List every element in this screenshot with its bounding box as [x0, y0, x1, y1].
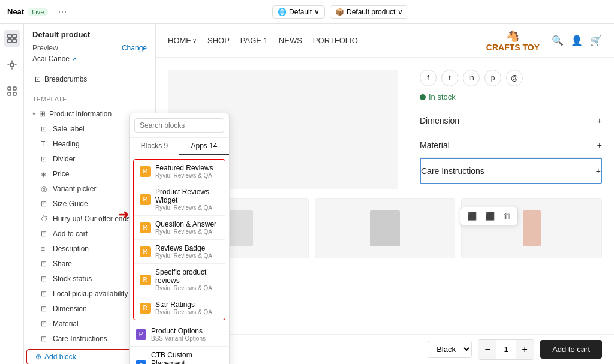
nav-home[interactable]: HOME ∨	[168, 36, 197, 45]
reviews-badge-icon: R	[140, 246, 151, 257]
nav-portfolio[interactable]: PORTFOLIO	[313, 36, 358, 45]
list-item[interactable]: P Product Options BSS Variant Options	[130, 323, 229, 347]
change-button[interactable]: Change	[122, 44, 147, 52]
list-item[interactable]: R Question & Answer Ryviu: Reviews & QA	[134, 216, 225, 240]
list-item[interactable]: R Reviews Badge Ryviu: Reviews & QA	[134, 240, 225, 264]
local-pickup-text: Local pickup availability	[53, 290, 128, 298]
nav-page1[interactable]: PAGE 1	[240, 36, 268, 45]
preview-sub: Acai Canoe ↗	[24, 55, 155, 67]
product-options-sub: BSS Variant Options	[151, 335, 206, 342]
rail-layout-icon[interactable]	[4, 30, 20, 47]
sidebar-item-breadcrumbs[interactable]: ⊡ Breadcrumbs	[26, 72, 153, 86]
material-icon: ⊡	[41, 320, 49, 328]
rail-apps-icon[interactable]	[4, 83, 20, 100]
star-ratings-name: Star Ratings	[155, 300, 212, 309]
store-nav: HOME ∨ SHOP PAGE 1 NEWS PORTFOLIO 🐴 CRAF…	[156, 24, 614, 58]
external-link-icon: ↗	[71, 56, 76, 62]
brand-name: Neat	[7, 7, 24, 16]
price-icon: ◈	[41, 170, 49, 178]
hurry-icon: ⏱	[41, 215, 49, 223]
product-selector-label: Default product	[347, 8, 395, 16]
rail-settings-icon[interactable]	[4, 56, 20, 73]
list-item[interactable]: R Star Ratings Ryviu: Reviews & QA	[134, 296, 225, 320]
chevron-down-icon: ▾	[32, 110, 35, 117]
list-item[interactable]: R Product Reviews Widget Ryviu: Reviews …	[134, 183, 225, 216]
search-icon[interactable]: 🔍	[552, 35, 564, 46]
social-icons: f t in p @	[420, 70, 602, 86]
featured-reviews-icon: R	[140, 166, 151, 177]
account-icon[interactable]: 👤	[571, 35, 583, 46]
accordion-dimension-plus-icon: +	[597, 116, 602, 125]
svg-rect-0	[8, 34, 11, 38]
thumbnail-2	[315, 198, 456, 258]
tab-blocks-count: 9	[164, 142, 168, 150]
accordion-dimension-header[interactable]: Dimension +	[420, 116, 602, 125]
divider-text: Divider	[53, 155, 75, 163]
popup-list: R Featured Reviews Ryviu: Reviews & QA R…	[130, 155, 229, 364]
accordion-care[interactable]: Care Instructions +	[420, 158, 602, 184]
blocks-popup: Blocks 9 Apps 14 R Featured Reviews Ryvi…	[129, 113, 230, 364]
tab-apps-count: 14	[209, 142, 217, 150]
specific-reviews-info: Specific product reviews Ryviu: Reviews …	[155, 268, 219, 291]
add-to-cart-button[interactable]: Add to cart	[540, 340, 602, 359]
toolbar-align-left-button[interactable]: ⬛	[464, 210, 480, 222]
accordion-care-label: Care Instructions	[421, 166, 484, 176]
cart-icon[interactable]: 🛒	[590, 35, 602, 46]
accordion-dimension[interactable]: Dimension +	[420, 109, 602, 133]
care-text: Care Instructions	[53, 335, 107, 343]
accordion-material-header[interactable]: Material +	[420, 140, 602, 150]
material-text: Material	[53, 320, 79, 328]
accordion-care-header[interactable]: Care Instructions +	[421, 166, 601, 176]
accordion-material[interactable]: Material +	[420, 133, 602, 158]
popup-search-area	[130, 113, 229, 138]
tab-blocks[interactable]: Blocks 9	[130, 138, 179, 155]
svg-rect-8	[13, 92, 16, 95]
specific-reviews-sub: Ryviu: Reviews & QA	[155, 285, 219, 291]
reviews-widget-info: Product Reviews Widget Ryviu: Reviews & …	[155, 188, 219, 211]
product-selector[interactable]: 📦 Default product ∨	[330, 5, 408, 19]
linkedin-icon[interactable]: in	[463, 70, 480, 86]
toolbar-trash-button[interactable]: 🗑	[500, 210, 514, 222]
popup-tabs: Blocks 9 Apps 14	[130, 138, 229, 155]
product-options-info: Product Options BSS Variant Options	[151, 327, 206, 342]
heading-text: Heading	[53, 140, 80, 148]
list-item[interactable]: C CTB Custom Placement Countdown Timer B…	[130, 347, 229, 364]
color-selector[interactable]: Black	[428, 341, 472, 358]
reviews-widget-name: Product Reviews Widget	[155, 188, 219, 204]
divider-icon: ⊡	[41, 155, 49, 163]
email-icon[interactable]: @	[506, 70, 523, 86]
store-selector[interactable]: 🌐 Default ∨	[272, 5, 325, 19]
top-bar: Neat Live ··· 🌐 Default ∨ 📦 Default prod…	[0, 0, 614, 24]
tab-apps[interactable]: Apps 14	[179, 138, 229, 155]
sale-label-text: Sale label	[53, 125, 85, 133]
star-ratings-info: Star Ratings Ryviu: Reviews & QA	[155, 300, 212, 315]
quantity-input[interactable]	[496, 345, 516, 354]
product-info-label: Product information	[49, 110, 112, 118]
search-input[interactable]	[134, 118, 224, 133]
in-stock-dot	[420, 94, 426, 100]
product-info: f t in p @ In stock Dimension	[410, 70, 602, 189]
add-to-cart-text: Add to cart	[53, 230, 88, 238]
facebook-icon[interactable]: f	[420, 70, 437, 86]
stock-icon: ⊡	[41, 275, 49, 283]
more-options-button[interactable]: ···	[58, 5, 67, 18]
specific-reviews-name: Specific product reviews	[155, 268, 219, 285]
list-item[interactable]: R Specific product reviews Ryviu: Review…	[134, 264, 225, 296]
variant-picker-text: Variant picker	[53, 185, 96, 193]
icon-rail	[0, 24, 24, 364]
quantity-decrease-button[interactable]: −	[478, 340, 496, 359]
store-logo: 🐴 CRAFTS TOY	[486, 29, 540, 52]
quantity-control: − +	[478, 339, 534, 360]
nav-shop[interactable]: SHOP	[207, 36, 230, 45]
product-chevron-icon: ∨	[398, 8, 403, 16]
care-icon: ⊡	[41, 335, 49, 343]
store-chevron-icon: ∨	[314, 8, 320, 16]
nav-news[interactable]: NEWS	[279, 36, 302, 45]
toolbar-align-center-button[interactable]: ⬛	[482, 210, 498, 222]
qa-info: Question & Answer Ryviu: Reviews & QA	[155, 220, 216, 235]
quantity-increase-button[interactable]: +	[516, 340, 534, 359]
preview-toolbar: ⬛ ⬛ 🗑	[460, 207, 518, 225]
list-item[interactable]: R Featured Reviews Ryviu: Reviews & QA	[134, 160, 225, 183]
pinterest-icon[interactable]: p	[484, 70, 501, 86]
twitter-icon[interactable]: t	[441, 70, 458, 86]
